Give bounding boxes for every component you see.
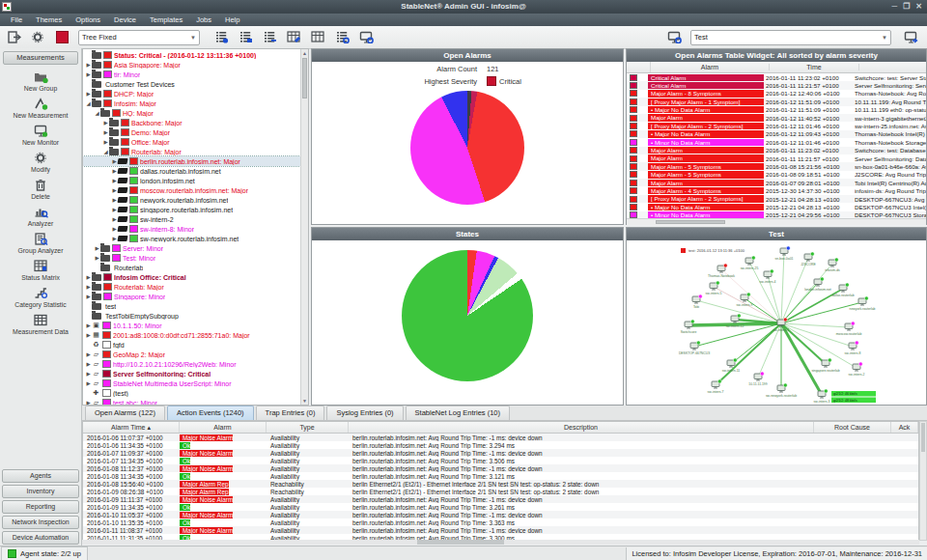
tree-item[interactable]: ◢Routerlab: Major [83, 147, 308, 156]
menu-help[interactable]: Help [218, 14, 246, 26]
collapsed-arrow-icon[interactable]: ▶ [102, 139, 109, 145]
tree-item[interactable]: ▶london.infosim.net [83, 176, 308, 185]
event-row[interactable]: 2016-01-08 15:56:40 +0100Major Alarm Rep… [83, 480, 918, 488]
alarm-row[interactable]: Major Alarm - 8 Symptoms2016-01-12 12:40… [627, 90, 926, 98]
event-row[interactable]: 2016-01-11 11:08:37 +0100Major Noise Ala… [83, 526, 918, 534]
alarm-row[interactable]: Major Alarm2016-01-12 11:40:52 +0100sw-i… [627, 114, 926, 122]
tree-item[interactable]: Customer Test Devices [83, 79, 308, 89]
network-topology-map[interactable]: Thomas-Notebooksw-intern-25sn-box-0a01J2… [627, 240, 926, 405]
tree-item[interactable]: ▶▱GeoMap 2: Major [83, 350, 308, 359]
sidebar-tool-new-group[interactable]: New Group [0, 70, 81, 92]
dashboard-select[interactable]: Test ▼ [690, 30, 891, 45]
tree-item[interactable]: ▶Routerlab: Major [83, 282, 308, 292]
sidebar-tool-measurement-data[interactable]: Measurement Data [0, 313, 81, 335]
tab-open-alarms[interactable]: Open Alarms (122) [85, 406, 165, 420]
tree-item[interactable]: ▶sw-intern-8: Minor [83, 224, 308, 234]
device-node[interactable]: sw-intern-3 [814, 389, 830, 404]
alarm-row[interactable]: Major Alarm - 4 Symptoms2015-12-30 14:37… [627, 186, 926, 194]
menu-device[interactable]: Device [107, 14, 143, 26]
collapsed-arrow-icon[interactable]: ▶ [85, 91, 92, 97]
tree-item[interactable]: ▶berlin.routerlab.infosim.net: Major [83, 156, 308, 166]
settings-gear-icon[interactable] [27, 29, 48, 46]
open-perspective-icon[interactable] [3, 29, 24, 46]
tree-item[interactable]: ▶Asia Singapore: Major [83, 60, 308, 70]
alarm-row[interactable]: • Major No Data Alarm2015-12-21 04:28:13… [627, 203, 926, 210]
tab-action-events[interactable]: Action Events (1240) [167, 406, 254, 420]
sidebar-section-network-inspection[interactable]: Network Inspection [2, 516, 79, 529]
tree-item[interactable]: ▶tir: Minor [83, 70, 308, 79]
device-node[interactable]: sw-intern-8 [845, 341, 861, 355]
collapsed-arrow-icon[interactable]: ▶ [102, 129, 109, 135]
tree-item[interactable]: ▶sw-intern-2 [83, 214, 308, 224]
events-table-hscrollbar[interactable] [82, 540, 919, 545]
tree-item[interactable]: ▶Infosim Office: Critical [83, 272, 308, 282]
tree-item[interactable]: ▶newyork.routerlab.infosim.net [83, 195, 308, 205]
event-row[interactable]: 2016-01-07 11:34:35 +0100OkAvailabilityb… [83, 457, 918, 464]
tree-item[interactable]: ▶singapore.routerlab.infosim.net [83, 205, 308, 214]
collapsed-arrow-icon[interactable]: ▶ [85, 294, 92, 299]
event-row[interactable]: 2016-01-06 11:34:35 +0100OkAvailabilityb… [83, 441, 918, 449]
device-node[interactable]: sw-intern-5 [706, 281, 722, 295]
column-header-type[interactable]: Type [267, 422, 349, 433]
menu-options[interactable]: Options [69, 14, 107, 26]
device-node[interactable]: newyork.routerlab [850, 296, 876, 311]
device-node[interactable]: dallas.routerlab [831, 283, 854, 297]
collapsed-arrow-icon[interactable]: ▶ [85, 71, 92, 77]
device-node[interactable]: J2SCORE [801, 252, 816, 266]
sidebar-section-device-automation[interactable]: Device Automation [2, 531, 79, 545]
alarm-table-header[interactable]: Alarm Time [627, 62, 926, 73]
collapsed-arrow-icon[interactable]: ▶ [85, 332, 92, 338]
tree-item[interactable]: ◢HQ: Major [83, 108, 308, 118]
new-measurement-list-icon[interactable] [211, 29, 232, 46]
sidebar-tool-new-monitor[interactable]: New Monitor [0, 124, 81, 146]
tree-item[interactable]: ▶dallas.routerlab.infosim.net [83, 166, 308, 176]
table-view-icon[interactable] [307, 29, 328, 46]
alarm-row[interactable]: • Minor No Data Alarm2016-01-12 11:01:46… [627, 138, 926, 146]
tab-trap-entries[interactable]: Trap Entries (0) [256, 406, 325, 420]
tree-item[interactable]: ▶▱http://10.2.10.21:10296/Rely2Web: Mino… [83, 359, 308, 369]
device-node[interactable]: infosim-ds [825, 258, 840, 272]
tree-item[interactable]: ▶Office: Major [83, 137, 308, 147]
menu-themes[interactable]: Themes [29, 14, 69, 26]
alarm-row[interactable]: • Minor No Data Alarm2015-12-21 04:29:56… [627, 211, 926, 218]
tab-syslog-entries[interactable]: Syslog Entries (0) [326, 406, 403, 420]
expanded-arrow-icon[interactable]: ◢ [102, 149, 109, 154]
tree-mode-select[interactable]: Tree Fixed ▼ [78, 30, 200, 45]
events-table-scrollbar[interactable] [919, 421, 927, 541]
sidebar-section-agents[interactable]: Agents [2, 469, 79, 483]
tree-item[interactable]: ▶Singapore: Minor [83, 292, 308, 301]
list-settings-icon[interactable] [331, 29, 352, 46]
event-row[interactable]: 2016-01-08 11:34:35 +0100OkAvailabilityb… [83, 472, 918, 480]
sidebar-section-inventory[interactable]: Inventory [2, 485, 79, 498]
column-header-alarm-time[interactable]: Alarm Time ▴ [83, 422, 180, 433]
job-settings-icon[interactable] [355, 29, 377, 46]
device-node[interactable]: sn-box-0a01 [775, 246, 794, 261]
edit-table-icon[interactable] [283, 29, 304, 46]
alarm-row[interactable]: Major Alarm2016-01-11 11:21:57 +0100Serv… [627, 154, 926, 162]
menu-file[interactable]: File [4, 14, 29, 26]
tree-item[interactable]: ▶DHCP: Major [83, 89, 308, 98]
tree-item[interactable]: ♻fgfd [83, 340, 308, 350]
tree-scrollbar[interactable]: ▲ ▼ [300, 49, 308, 405]
tree-item[interactable]: ▶▱Server Selfmonitoring: Critical [83, 369, 308, 378]
device-node[interactable]: sw-intern-9 [737, 293, 753, 307]
device-node[interactable]: singapore.routerlab [811, 358, 839, 373]
event-row[interactable]: 2016-01-06 11:07:37 +0100Major Noise Ala… [83, 434, 918, 441]
device-node[interactable]: sw-intern-4 [760, 269, 776, 284]
window-controls[interactable]: ─❐✕ [885, 0, 922, 14]
alarm-row[interactable]: Major Alarm - 5 Symptoms2016-01-08 09:18… [627, 171, 926, 179]
events-table-header[interactable]: Alarm Time ▴AlarmTypeDescriptionRoot Cau… [83, 422, 918, 434]
remove-measurement-list-icon[interactable] [259, 29, 280, 46]
sidebar-tool-status-matrix[interactable]: Status Matrix [0, 259, 81, 281]
tree-item[interactable]: ▶▣10.1.1.50: Minor [83, 321, 308, 330]
tree-item[interactable]: ▶▦2001:ad8:1008:0:d0df:cd71:2855:71a0: M… [83, 330, 308, 340]
expanded-arrow-icon[interactable]: ◢ [85, 100, 92, 106]
device-node[interactable]: sw-intern-7 [708, 379, 724, 394]
column-header-root-cause[interactable]: Root Cause [814, 422, 891, 433]
tree-item[interactable]: ▶Test: Minor [83, 253, 308, 263]
alarm-row[interactable]: Critical Alarm2016-01-11 11:21:57 +0100S… [627, 81, 926, 89]
tree-item[interactable]: ▶Demo: Major [83, 127, 308, 137]
device-node[interactable]: DESKTOP-667NCU3 [679, 341, 710, 355]
device-node[interactable]: sw-intern-25 [741, 256, 759, 270]
device-node[interactable]: 10.11.11.199 [748, 372, 767, 386]
